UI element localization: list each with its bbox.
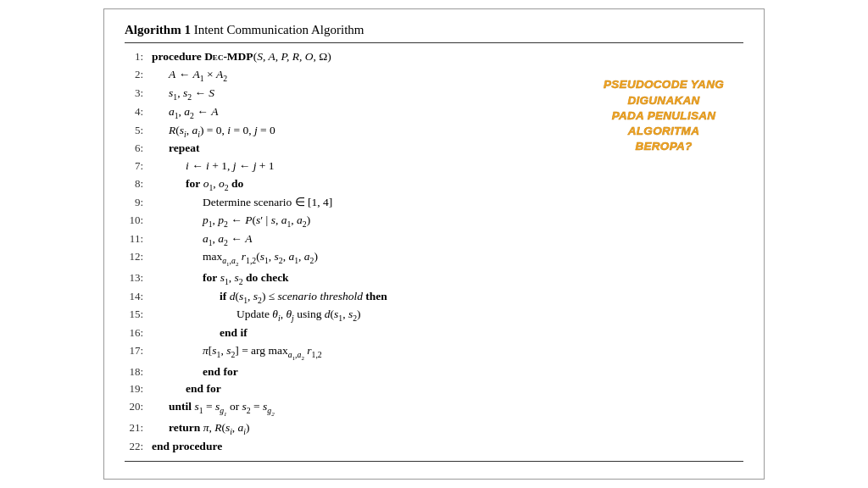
line-1: 1: procedure Dec-MDP(S, A, P, R, O, Ω) <box>125 48 743 66</box>
line-11: 11: a1, a2 ← A <box>125 230 743 249</box>
line-17: 17: π[s1, s2] = arg maxa1,a2 r1,2 <box>125 342 743 363</box>
algorithm-box: Algorithm 1 Intent Communication Algorit… <box>103 8 765 479</box>
line-18: 18: end for <box>125 363 743 381</box>
line-7: 7: i ← i + 1, j ← j + 1 <box>125 158 743 175</box>
line-13: 13: for s1, s2 do check <box>125 269 743 288</box>
algorithm-title: Algorithm 1 Intent Communication Algorit… <box>125 23 743 43</box>
line-10: 10: p1, p2 ← P(s′ | s, a1, a2) <box>125 212 743 230</box>
line-8: 8: for o1, o2 do <box>125 175 743 194</box>
line-15: 15: Update θi, θj using d(s1, s2) <box>125 306 743 324</box>
algo-name: Intent Communication Algorithm <box>191 23 364 36</box>
line-20: 20: until s1 = sg1 or s2 = sg2 <box>125 398 743 419</box>
algo-label: Algorithm 1 <box>125 23 191 36</box>
line-22: 22: end procedure <box>125 438 743 456</box>
annotation-text: PSEUDOCODE YANG DIGUNAKAN PADA PENULISAN… <box>579 77 748 154</box>
line-14: 14: if d(s1, s2) ≤ scenario threshold th… <box>125 288 743 307</box>
line-21: 21: return π, R(si, ai) <box>125 419 743 438</box>
bottom-rule <box>125 461 743 462</box>
line-9: 9: Determine scenario ∈ [1, 4] <box>125 194 743 212</box>
line-19: 19: end for <box>125 380 743 398</box>
line-12: 12: maxa1,a2 r1,2(s1, s2, a1, a2) <box>125 248 743 269</box>
line-16: 16: end if <box>125 324 743 342</box>
